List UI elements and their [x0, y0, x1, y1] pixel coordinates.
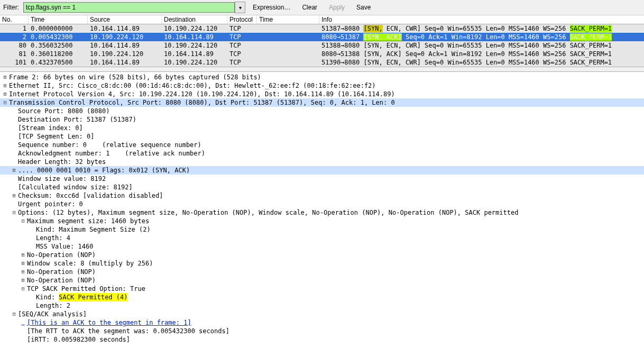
col-time2[interactable]: Time: [257, 15, 319, 24]
tree-row: [The RTT to ACK the segment was: 0.00543…: [0, 327, 644, 335]
tree-row[interactable]: ⊞Window scale: 8 (multiply by 256): [0, 259, 644, 268]
packet-row[interactable]: 20.00543230010.190.224.12010.164.114.89T…: [0, 33, 644, 41]
cell-no: 101: [0, 59, 29, 66]
expand-icon[interactable]: ⊞: [20, 251, 26, 259]
packet-row[interactable]: 810.36011820010.190.224.12010.164.114.89…: [0, 50, 644, 58]
tree-label: [Calculated window size: 8192]: [18, 183, 133, 191]
col-protocol[interactable]: Protocol: [227, 15, 257, 24]
collapse-icon[interactable]: ⊟: [2, 98, 8, 107]
tree-row[interactable]: ⊞Ethernet II, Src: Cisco_c8:dc:00 (00:1d…: [0, 81, 644, 90]
tree-row[interactable]: ⊞Internet Protocol Version 4, Src: 10.19…: [0, 90, 644, 98]
expand-icon[interactable]: ⊞: [2, 73, 8, 81]
filter-apply-button[interactable]: Apply: [325, 4, 349, 11]
tree-label: [The RTT to ACK the segment was: 0.00543…: [27, 327, 229, 335]
cell-info: 8080→51388 [SYN, ACK] Seq=0 Ack=1 Win=81…: [319, 50, 644, 58]
filter-clear-button[interactable]: Clear: [298, 4, 321, 11]
tree-label: Options: (12 bytes), Maximum segment siz…: [18, 208, 518, 217]
cell-source: 10.164.114.89: [88, 42, 162, 49]
cell-destination: 10.164.114.89: [162, 50, 227, 58]
cell-source: 10.164.114.89: [88, 25, 162, 32]
tree-label: [Stream index: 0]: [18, 124, 83, 132]
detail-pane[interactable]: ⊞Frame 2: 66 bytes on wire (528 bits), 6…: [0, 72, 644, 344]
expand-icon[interactable]: ⊞: [20, 259, 26, 268]
twisty-placeholder: [11, 200, 17, 208]
twisty-placeholder: [29, 234, 35, 242]
expand-icon[interactable]: ⊞: [20, 268, 26, 276]
tree-row[interactable]: ⊞Checksum: 0xcc6d [validation disabled]: [0, 191, 644, 200]
col-time[interactable]: Time: [29, 15, 88, 24]
cell-destination: 10.190.224.120: [162, 42, 227, 49]
tree-label: [TCP Segment Len: 0]: [18, 132, 95, 141]
twisty-placeholder: [20, 318, 26, 327]
col-no[interactable]: No.: [0, 15, 29, 24]
cell-protocol: TCP: [227, 25, 257, 32]
tree-row[interactable]: ⊟Maximum segment size: 1460 bytes: [0, 217, 644, 225]
tree-row: [Calculated window size: 8192]: [0, 183, 644, 191]
expand-icon[interactable]: ⊞: [11, 166, 17, 175]
tree-row[interactable]: ⊞Frame 2: 66 bytes on wire (528 bits), 6…: [0, 73, 644, 81]
tree-label: Acknowledgment number: 1 (relative ack n…: [18, 149, 205, 158]
filter-save-button[interactable]: Save: [352, 4, 375, 11]
twisty-placeholder: [29, 242, 35, 251]
twisty-placeholder: [20, 327, 26, 335]
cell-destination: 10.190.224.120: [162, 59, 227, 66]
twisty-placeholder: [11, 132, 17, 141]
tree-label: Destination Port: 51387 (51387): [18, 115, 136, 124]
tree-row: MSS Value: 1460: [0, 242, 644, 251]
tree-label: Kind:: [36, 293, 59, 301]
tree-row[interactable]: ⊟Options: (12 bytes), Maximum segment si…: [0, 208, 644, 217]
col-source[interactable]: Source: [88, 15, 162, 24]
tree-row: Header Length: 32 bytes: [0, 158, 644, 166]
expand-icon[interactable]: ⊞: [11, 191, 17, 200]
tree-label: Header Length: 32 bytes: [18, 158, 106, 166]
tree-label: [iRTT: 0.005982300 seconds]: [27, 335, 130, 344]
cell-info: 8080→51387 [SYN, ACK] Seq=0 Ack=1 Win=81…: [319, 33, 644, 41]
cell-no: 80: [0, 42, 29, 49]
tree-row: Source Port: 8080 (8080): [0, 107, 644, 115]
twisty-placeholder: [20, 335, 26, 344]
packet-row[interactable]: 10.00000000010.164.114.8910.190.224.120T…: [0, 24, 644, 33]
twisty-placeholder: [11, 183, 17, 191]
tree-row[interactable]: [This is an ACK to the segment in frame:…: [0, 318, 644, 327]
tree-label: Length: 2: [36, 301, 70, 310]
filter-input[interactable]: [23, 2, 235, 13]
tree-row: Acknowledgment number: 1 (relative ack n…: [0, 149, 644, 158]
tree-label: Source Port: 8080 (8080): [18, 107, 109, 115]
packet-row[interactable]: 800.35603250010.164.114.8910.190.224.120…: [0, 41, 644, 50]
collapse-icon[interactable]: ⊟: [20, 285, 26, 293]
tree-row[interactable]: ⊞No-Operation (NOP): [0, 276, 644, 285]
expand-icon[interactable]: ⊞: [20, 276, 26, 285]
tree-label: Ethernet II, Src: Cisco_c8:dc:00 (00:1d:…: [9, 81, 376, 90]
collapse-icon[interactable]: ⊟: [11, 310, 17, 318]
tree-row[interactable]: ⊟TCP SACK Permitted Option: True: [0, 285, 644, 293]
cell-source: 10.190.224.120: [88, 50, 162, 58]
filter-dropdown-icon[interactable]: ▾: [235, 2, 245, 13]
pane-splitter[interactable]: [0, 67, 644, 72]
cell-protocol: TCP: [227, 50, 257, 58]
packet-list[interactable]: 10.00000000010.164.114.8910.190.224.120T…: [0, 24, 644, 67]
tree-row[interactable]: ⊞No-Operation (NOP): [0, 268, 644, 276]
twisty-placeholder: [11, 124, 17, 132]
cell-time: 0.356032500: [29, 42, 88, 49]
cell-source: 10.164.114.89: [88, 59, 162, 66]
tree-row[interactable]: ⊟Transmission Control Protocol, Src Port…: [0, 98, 644, 107]
packet-row[interactable]: 1010.43237050010.164.114.8910.190.224.12…: [0, 58, 644, 67]
tree-label: Length: 4: [36, 234, 70, 242]
cell-protocol: TCP: [227, 33, 257, 41]
expand-icon[interactable]: ⊞: [2, 81, 8, 90]
collapse-icon[interactable]: ⊟: [20, 217, 26, 225]
col-destination[interactable]: Destination: [162, 15, 227, 24]
collapse-icon[interactable]: ⊟: [11, 208, 17, 217]
cell-destination: 10.164.114.89: [162, 33, 227, 41]
tree-label: MSS Value: 1460: [36, 242, 93, 251]
tree-row[interactable]: ⊟[SEQ/ACK analysis]: [0, 310, 644, 318]
tree-row: [TCP Segment Len: 0]: [0, 132, 644, 141]
cell-no: 1: [0, 25, 29, 32]
filter-expression-button[interactable]: Expression…: [249, 4, 295, 11]
tree-row: [Stream index: 0]: [0, 124, 644, 132]
expand-icon[interactable]: ⊞: [2, 90, 8, 98]
tree-row[interactable]: ⊞No-Operation (NOP): [0, 251, 644, 259]
tree-row[interactable]: ⊞.... 0000 0001 0010 = Flags: 0x012 (SYN…: [0, 166, 644, 175]
col-info[interactable]: Info: [319, 15, 644, 24]
cell-destination: 10.190.224.120: [162, 25, 227, 32]
